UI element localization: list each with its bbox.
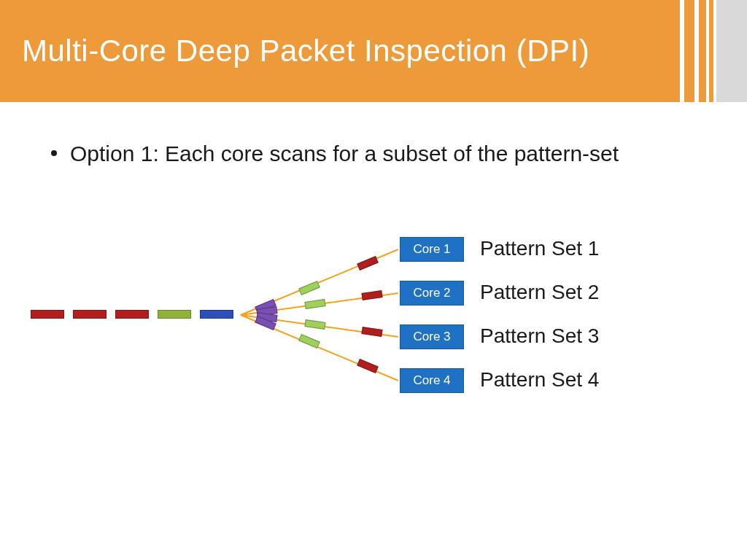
core-label: Core 4 [413,373,450,388]
pattern-label-2: Pattern Set 2 [480,281,599,304]
core-label: Core 2 [413,286,450,300]
packet-mini [361,327,382,337]
pattern-label-3: Pattern Set 3 [480,324,599,348]
bullet-item: Option 1: Each core scans for a subset o… [51,139,696,169]
packet-dash [200,310,233,319]
packet-dash [73,310,107,319]
core-label: Core 1 [413,242,450,257]
content-area: Option 1: Each core scans for a subset o… [0,102,747,169]
packet-mini [298,281,320,295]
packet-mini [304,299,325,309]
packet-mini [361,290,382,300]
bullet-text: Option 1: Each core scans for a subset o… [70,139,619,169]
core-box-2: Core 2 [400,281,464,306]
bullet-dot-icon [51,150,57,156]
pattern-label-1: Pattern Set 1 [480,237,599,260]
core-box-4: Core 4 [400,368,464,393]
pattern-label-4: Pattern Set 4 [480,368,599,392]
packet-mini [298,334,320,349]
packet-dash [158,310,191,319]
slide-header: Multi-Core Deep Packet Inspection (DPI) [0,0,747,102]
packet-mini [357,359,379,373]
core-box-1: Core 1 [400,237,464,262]
packet-mini [357,256,379,271]
core-label: Core 3 [413,330,450,344]
diagram: Core 1 Core 2 Core 3 Core 4 Pattern Set … [0,219,747,438]
slide-title: Multi-Core Deep Packet Inspection (DPI) [22,34,589,69]
packet-dash [31,310,64,319]
core-box-3: Core 3 [400,324,464,349]
packet-mini [304,319,325,330]
packet-dash [115,310,149,319]
header-stripes [680,0,747,102]
